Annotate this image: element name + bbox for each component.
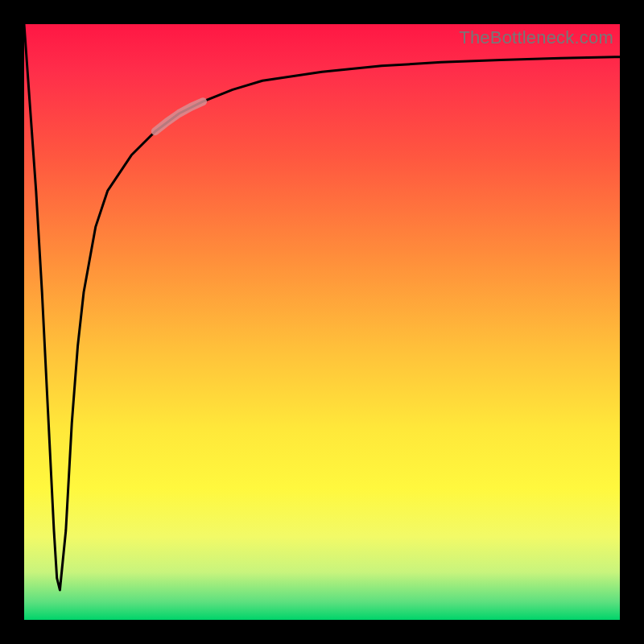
bottleneck-curve (24, 24, 620, 590)
highlight-segment (155, 101, 203, 131)
plot-area: TheBottleneck.com (24, 24, 620, 620)
chart-frame: TheBottleneck.com (0, 0, 644, 644)
curve-svg (24, 24, 620, 620)
